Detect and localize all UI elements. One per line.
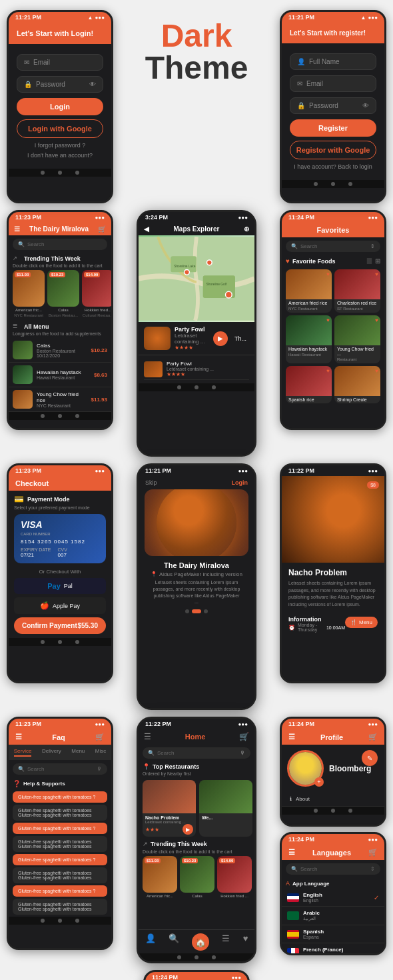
faq-search[interactable]: 🔍 Search 🎙: [13, 763, 107, 775]
lang-hamburger[interactable]: ☰: [288, 848, 295, 857]
profile-hamburger[interactable]: ☰: [288, 733, 295, 741]
faq-tab-delivery[interactable]: Delivery: [42, 748, 61, 757]
faq-item-8[interactable]: Gluten-free spaghetti with tomatoes Glut…: [13, 899, 107, 915]
fav-search[interactable]: 🔍 Search ⇕: [286, 241, 380, 252]
profile-edit-btn[interactable]: ✎: [362, 750, 378, 766]
fav-item-6[interactable]: ♥ Shrimp Creole: [334, 366, 380, 403]
reg-password-field[interactable]: 🔒 Password 👁: [290, 97, 376, 114]
food-rest-3: Cultural Restau...: [82, 313, 111, 317]
login-button[interactable]: Login: [17, 98, 103, 115]
paypal-button[interactable]: Pay Pal: [14, 578, 106, 594]
map-settings-icon[interactable]: ⊕: [244, 225, 249, 233]
fav-heart-5: ♥: [326, 368, 330, 374]
home-rest-card-1[interactable]: Nacho Problem Letdraset containing ... ★…: [143, 780, 196, 837]
map-status-bar: 3:24 PM ●●●: [139, 212, 254, 223]
menu-list-item-1[interactable]: Calas Boston Restaurant 10/12/2020 $10.2…: [9, 338, 111, 363]
faq-title: Faq: [52, 733, 65, 741]
fav-item-5[interactable]: ♥ Spanish rice: [286, 366, 332, 403]
faq-hamburger[interactable]: ☰: [15, 733, 22, 741]
avatar-add-btn[interactable]: +: [314, 777, 324, 787]
profile-b-status-bar: 11:24 PM ●●●: [145, 972, 248, 980]
map-title: Maps Explorer: [153, 225, 240, 233]
faq-item-1[interactable]: Gluten-free spaghetti with tomatoes ?: [13, 791, 107, 803]
home-rest-btn-1[interactable]: ▶: [183, 824, 193, 835]
food-item-2[interactable]: $10.23 Calas Boston Restau...: [47, 270, 79, 317]
skip-button[interactable]: Skip: [145, 479, 157, 486]
visa-logo: VISA: [21, 519, 99, 530]
home-search[interactable]: 🔍 Search 🎙: [143, 747, 250, 759]
onboard-location: 📍 Aldus PageMaker including version: [147, 571, 246, 577]
reg-eye-icon[interactable]: 👁: [362, 102, 369, 109]
password-field[interactable]: 🔒 Password 👁: [17, 76, 103, 93]
menu-list-item-3[interactable]: Young Chow fried rice NYC Restaurant $11…: [9, 387, 111, 412]
home-food-2[interactable]: $10.23 Calas: [180, 856, 214, 898]
fav-heart-3: ♥: [326, 317, 330, 323]
grid-view-icon[interactable]: ⊞: [375, 257, 380, 265]
list-view-icon[interactable]: ☰: [366, 257, 372, 265]
profile-title: Profile: [320, 733, 343, 741]
lang-cart[interactable]: 🛒: [368, 848, 378, 857]
home-rest-card-2[interactable]: We...: [199, 780, 252, 837]
profile-header: ☰ Profile 🛒: [282, 729, 384, 745]
home-nav-center[interactable]: 🏠: [192, 933, 209, 951]
home-food-3[interactable]: $14.99 Hokkien fried ...: [217, 856, 252, 898]
no-account-link[interactable]: I don't have an account?: [17, 152, 103, 159]
lang-search[interactable]: 🔍 Search ⇕: [286, 863, 380, 875]
fav-item-3[interactable]: ♥ Hawaiian haystack Hawaii Restaurant: [286, 315, 332, 363]
faq-tab-menu[interactable]: Menu: [71, 748, 85, 757]
email-field[interactable]: ✉ Email: [17, 54, 103, 71]
fav-item-2[interactable]: ♥ Charleston red rice SF Restaurant: [334, 269, 380, 313]
faq-tab-service[interactable]: Service: [14, 748, 32, 757]
home-nav-list[interactable]: ☰: [222, 933, 230, 951]
fav-time: 11:24 PM: [288, 214, 314, 221]
faq-item-2[interactable]: Gluten-free spaghetti with tomatoes Glut…: [13, 805, 107, 821]
food-item-3[interactable]: $14.99 Hokkien fried... Cultural Restau.…: [82, 270, 111, 317]
home-cart[interactable]: 🛒: [239, 732, 249, 741]
home-nav-search[interactable]: 🔍: [169, 933, 179, 951]
fav-filter-icon[interactable]: ⇕: [370, 243, 375, 249]
faq-item-7[interactable]: Gluten-free spaghetti with tomatoes ?: [13, 885, 107, 897]
onboard-login-btn[interactable]: Login: [232, 479, 248, 486]
map-nav-btn[interactable]: ▶: [213, 331, 228, 346]
lang-item-french-france[interactable]: French (France) Français · France: [282, 943, 384, 953]
register-button[interactable]: Register: [290, 119, 376, 137]
fav-item-4[interactable]: ♥ Young Chow fried ... Restaurant: [334, 315, 380, 363]
food-item-1[interactable]: $11.93 American fric... NYC Restaurant: [13, 270, 45, 317]
faq-item-3[interactable]: Gluten-free spaghetti with tomatoes ?: [13, 823, 107, 834]
home-hamburger[interactable]: ☰: [144, 732, 151, 741]
lang-info-arabic: Arabic العربية: [303, 910, 379, 921]
google-login-button[interactable]: Login with Google: [17, 119, 103, 138]
profile-cart[interactable]: 🛒: [368, 733, 378, 741]
divider-or: Or Checkout With: [14, 569, 106, 575]
faq-item-5[interactable]: Gluten-free spaghetti with tomatoes ?: [13, 854, 107, 865]
home-food-1[interactable]: $11.93 American fric...: [143, 856, 177, 898]
faq-tab-misc[interactable]: Misc: [95, 748, 106, 757]
forgot-password-link[interactable]: I forgot password ?: [17, 142, 103, 149]
google-register-button[interactable]: Registor with Google: [290, 141, 376, 159]
eye-icon[interactable]: 👁: [89, 81, 96, 88]
lang-info-french-france: French (France) Français · France: [303, 947, 379, 953]
profile-about-item[interactable]: ℹ About: [282, 792, 384, 807]
hamburger-icon[interactable]: ☰: [14, 225, 20, 233]
reg-email-field[interactable]: ✉ Email: [290, 75, 376, 92]
register-phone: 11:21 PM ▲●●● Let's Start with register!…: [280, 10, 386, 203]
home-nav-person[interactable]: 👤: [145, 933, 156, 951]
faq-item-6[interactable]: Gluten-free spaghetti with tomatoes Glut…: [13, 867, 107, 883]
confirm-payment-button[interactable]: Confirm Payment $55.30: [14, 617, 106, 634]
apple-pay-button[interactable]: 🍎 Apple Pay: [14, 597, 106, 614]
menu-list-item-2[interactable]: Hawaiian haystack Hawaii Restaurant $8.6…: [9, 363, 111, 387]
cart-icon[interactable]: 🛒: [98, 225, 106, 233]
faq-item-4[interactable]: Gluten-free spaghetti with tomatoes Glut…: [13, 836, 107, 852]
menu-list-rest-2: Hawaii Restaurant: [37, 375, 90, 380]
home-nav-heart[interactable]: ♥: [243, 933, 248, 951]
lang-item-spanish[interactable]: Spanish Espana: [282, 925, 384, 943]
faq-cart[interactable]: 🛒: [95, 733, 105, 741]
menu-search[interactable]: 🔍 Search: [13, 239, 107, 250]
lang-item-arabic[interactable]: Arabic العربية: [282, 907, 384, 925]
fullname-field[interactable]: 👤 Full Name: [290, 53, 376, 70]
detail-menu-btn[interactable]: 🍴 Menu: [345, 617, 378, 628]
back-icon[interactable]: ◀: [144, 225, 149, 233]
lang-item-english[interactable]: English English ✓: [282, 889, 384, 907]
fav-item-1[interactable]: ♥ American fried rice NYC Restaurant: [286, 269, 332, 313]
have-account-link[interactable]: I have account? Back to login: [290, 163, 376, 170]
